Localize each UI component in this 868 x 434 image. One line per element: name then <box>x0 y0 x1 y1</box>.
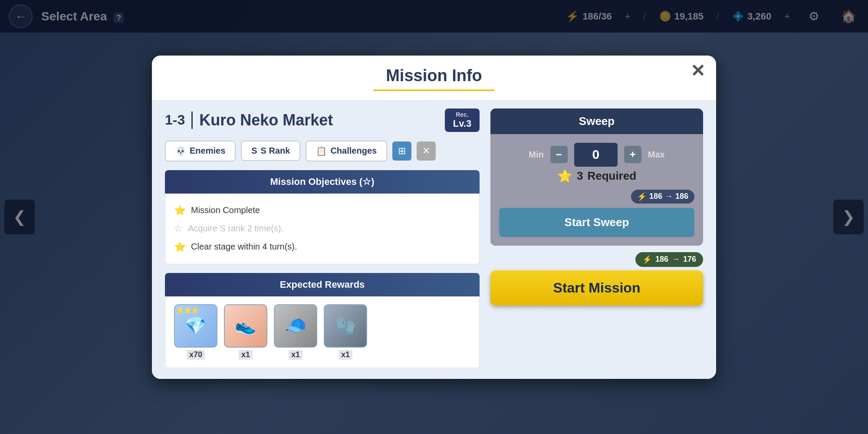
view-toggle-inactive[interactable]: ✕ <box>417 141 436 161</box>
sweep-required-label: Required <box>587 169 636 183</box>
reward-glove: 🧤 x1 <box>324 304 367 360</box>
obj-star-1: ⭐ <box>174 205 186 216</box>
sweep-energy-before: 186 <box>649 192 662 201</box>
mission-energy-before: 186 <box>655 255 668 264</box>
tab-srank-button[interactable]: S S Rank <box>241 141 300 161</box>
sweep-count: 0 <box>574 143 618 167</box>
obj-text-1: Mission Complete <box>191 205 260 215</box>
srank-icon: S <box>251 146 257 156</box>
reward-count-hat: x1 <box>289 350 302 360</box>
mission-energy-arrow: → <box>672 255 680 264</box>
objectives-box: ⭐ Mission Complete ☆ Acquire S rank 2 ti… <box>165 194 480 264</box>
rec-label: Rec. <box>453 111 472 118</box>
reward-items: ⭐⭐⭐ 💎 x70 👟 x1 <box>174 304 470 360</box>
objectives-header: Mission Objectives (☆) <box>165 170 480 194</box>
challenges-icon: 📋 <box>316 146 327 156</box>
obj-star-2: ☆ <box>174 223 183 234</box>
obj-star-3: ⭐ <box>174 241 186 253</box>
modal-body: 1-3 Kuro Neko Market Rec. Lv.3 💀 Enemies <box>152 100 716 379</box>
mission-info-modal: Mission Info ✕ 1-3 Kuro Neko Market Rec.… <box>152 56 716 379</box>
rec-level: Lv.3 <box>453 118 472 129</box>
rewards-box: ⭐⭐⭐ 💎 x70 👟 x1 <box>165 296 480 368</box>
title-underline <box>373 89 495 91</box>
rewards-header: Expected Rewards <box>165 273 480 296</box>
left-panel: 1-3 Kuro Neko Market Rec. Lv.3 💀 Enemies <box>165 108 490 368</box>
reward-count-gem: x70 <box>187 350 205 360</box>
sweep-content: Min − 0 + Max ⭐ 3 Required <box>490 134 703 246</box>
mission-divider <box>191 112 193 129</box>
sweep-energy-badge: ⚡ 186 → 186 <box>631 190 694 204</box>
reward-thumb-shoe: 👟 <box>224 304 267 348</box>
reward-stars-gem: ⭐⭐⭐ <box>177 307 199 314</box>
reward-thumb-gem: ⭐⭐⭐ 💎 <box>174 304 217 348</box>
mission-lightning-icon: ⚡ <box>642 255 652 264</box>
sweep-energy-after: 186 <box>675 192 688 201</box>
tab-challenges-label: Challenges <box>330 146 377 156</box>
tab-enemies-button[interactable]: 💀 Enemies <box>165 141 236 161</box>
modal-header: Mission Info ✕ <box>152 56 716 91</box>
sweep-lightning-icon: ⚡ <box>637 192 647 201</box>
x-icon: ✕ <box>422 145 430 157</box>
mission-energy-after: 176 <box>683 255 696 264</box>
start-mission-area: ⚡ 186 → 176 Start Mission <box>490 252 703 306</box>
sweep-box: Sweep Min − 0 + Max ⭐ 3 Required <box>490 108 703 246</box>
start-sweep-button[interactable]: Start Sweep <box>499 208 694 237</box>
reward-hat: 🧢 x1 <box>274 304 317 360</box>
glove-reward-icon: 🧤 <box>335 316 356 336</box>
hat-reward-icon: 🧢 <box>285 316 306 336</box>
view-toggle-active[interactable]: ⊞ <box>392 141 411 161</box>
sweep-minus-button[interactable]: − <box>550 146 568 163</box>
sweep-energy-arrow: → <box>665 192 673 201</box>
shoe-reward-icon: 👟 <box>235 316 256 336</box>
right-panel: Sweep Min − 0 + Max ⭐ 3 Required <box>490 108 703 368</box>
close-button[interactable]: ✕ <box>690 62 705 79</box>
reward-thumb-hat: 🧢 <box>274 304 317 348</box>
objective-3: ⭐ Clear stage within 4 turn(s). <box>174 238 470 256</box>
mission-energy-badge: ⚡ 186 → 176 <box>635 252 703 267</box>
obj-text-2: Acquire S rank 2 time(s). <box>188 224 283 233</box>
reward-gem: ⭐⭐⭐ 💎 x70 <box>174 304 217 360</box>
mission-number: 1-3 <box>165 112 185 128</box>
sweep-stars-count: 3 <box>577 169 583 183</box>
tab-srank-label: S Rank <box>261 146 290 156</box>
start-mission-button[interactable]: Start Mission <box>490 270 703 306</box>
sweep-counter-row: Min − 0 + Max <box>499 143 694 167</box>
modal-title: Mission Info <box>169 66 699 89</box>
tab-challenges-button[interactable]: 📋 Challenges <box>306 141 387 161</box>
objective-2: ☆ Acquire S rank 2 time(s). <box>174 220 470 238</box>
sweep-required-row: ⭐ 3 Required <box>499 169 694 183</box>
mission-name: Kuro Neko Market <box>199 111 333 129</box>
obj-text-3: Clear stage within 4 turn(s). <box>191 242 297 252</box>
sweep-plus-button[interactable]: + <box>624 146 641 163</box>
tab-row: 💀 Enemies S S Rank 📋 Challenges ⊞ <box>165 141 480 161</box>
sweep-energy-row: ⚡ 186 → 186 <box>499 190 694 204</box>
mission-title-row: 1-3 Kuro Neko Market Rec. Lv.3 <box>165 108 480 132</box>
reward-count-glove: x1 <box>339 350 352 360</box>
sweep-header: Sweep <box>490 108 703 134</box>
reward-shoe: 👟 x1 <box>224 304 267 360</box>
modal-overlay: Mission Info ✕ 1-3 Kuro Neko Market Rec.… <box>0 0 868 434</box>
reward-count-shoe: x1 <box>239 350 253 360</box>
sweep-star-icon: ⭐ <box>557 169 572 183</box>
tab-enemies-label: Enemies <box>190 146 225 156</box>
objective-1: ⭐ Mission Complete <box>174 201 470 220</box>
gem-reward-icon: 💎 <box>185 316 207 336</box>
enemies-icon: 💀 <box>175 146 186 156</box>
sweep-max-label: Max <box>648 150 665 160</box>
grid-icon: ⊞ <box>398 145 406 157</box>
rec-badge: Rec. Lv.3 <box>445 108 480 132</box>
sweep-min-label: Min <box>529 150 543 160</box>
reward-thumb-glove: 🧤 <box>324 304 367 348</box>
